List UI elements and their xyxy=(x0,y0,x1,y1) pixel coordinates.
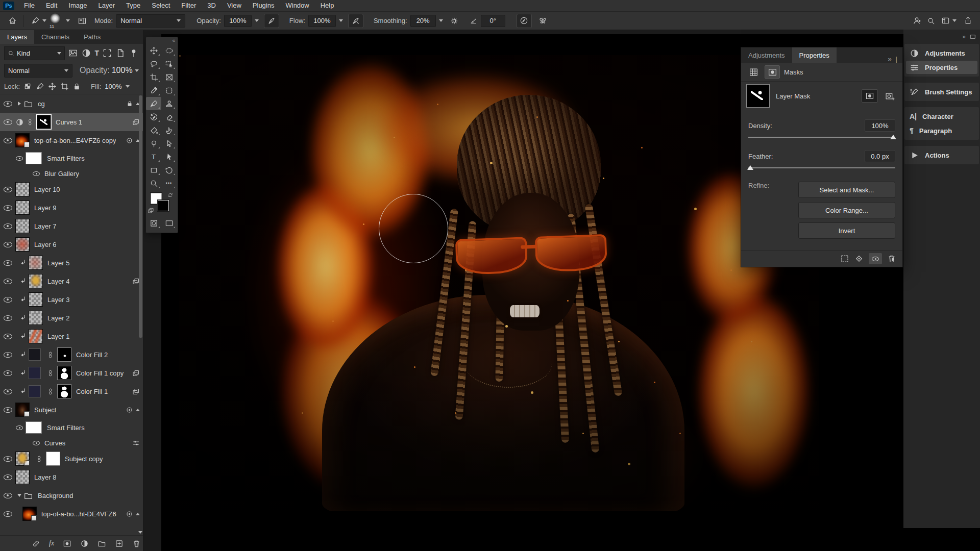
smoothing-value[interactable]: 20% xyxy=(410,15,436,27)
visibility-eye-icon[interactable] xyxy=(4,297,12,303)
panel-collapse-icon[interactable]: » xyxy=(888,55,891,63)
layer-row-selected[interactable]: Curves 1 xyxy=(0,113,143,131)
dock-item-actions[interactable]: Actions xyxy=(904,148,979,162)
layer-name[interactable]: Curves 1 xyxy=(56,118,82,126)
smart-filter-thumbnail[interactable] xyxy=(26,152,42,164)
layer-row[interactable]: Layer 9 xyxy=(0,198,143,217)
flow-value[interactable]: 100% xyxy=(308,15,336,27)
toolbar-collapse-icon[interactable]: « xyxy=(146,37,178,44)
gradient-tool[interactable] xyxy=(146,123,161,137)
menu-help[interactable]: Help xyxy=(315,0,340,11)
brush-preset-picker[interactable]: 11 xyxy=(48,14,62,28)
swap-colors-icon[interactable] xyxy=(167,192,174,198)
lasso-tool[interactable] xyxy=(146,57,161,70)
visibility-eye-icon[interactable] xyxy=(4,242,12,247)
layer-name[interactable]: Layer 10 xyxy=(34,186,60,193)
history-brush-tool[interactable] xyxy=(146,110,161,123)
smoothing-options-gear-icon[interactable] xyxy=(447,14,461,28)
layer-name[interactable]: Layer 1 xyxy=(47,333,69,340)
home-icon[interactable] xyxy=(5,14,19,28)
blend-mode-select[interactable]: Normal xyxy=(4,64,72,78)
layer-mask-thumbnail[interactable] xyxy=(57,366,71,380)
opacity-value[interactable]: 100% xyxy=(224,15,252,27)
brush-tool-preset-icon[interactable] xyxy=(28,14,42,28)
layer-row[interactable]: cg xyxy=(0,94,143,113)
pen-tool[interactable] xyxy=(161,137,177,150)
layer-name[interactable]: Background xyxy=(38,492,73,499)
mask-thumbnail[interactable] xyxy=(746,84,770,108)
layer-mask-thumbnail[interactable] xyxy=(57,384,71,398)
layer-row[interactable]: top-of-a-bo...ht-DE4VFZ6 xyxy=(0,505,143,523)
dock-item-adjustments[interactable]: Adjustments xyxy=(904,46,979,60)
frame-tool[interactable] xyxy=(161,70,177,84)
visibility-eye-icon[interactable] xyxy=(4,511,12,517)
dock-item-brush-settings[interactable]: Brush Settings xyxy=(904,85,979,99)
layer-thumbnail[interactable] xyxy=(15,182,30,196)
layer-mask-thumbnail[interactable] xyxy=(37,115,51,129)
menu-view[interactable]: View xyxy=(222,0,247,11)
delete-layer-icon[interactable] xyxy=(132,539,141,548)
symmetry-butterfly-icon[interactable] xyxy=(536,14,550,28)
eyedropper-tool[interactable] xyxy=(146,84,161,97)
menu-edit[interactable]: Edit xyxy=(40,0,63,11)
smart-filters-label[interactable]: Smart Filters xyxy=(47,424,85,432)
visibility-eye-icon[interactable] xyxy=(4,493,12,498)
layer-mask-thumbnail[interactable] xyxy=(46,452,60,466)
apply-mask-icon[interactable] xyxy=(854,254,864,263)
menu-layer[interactable]: Layer xyxy=(93,0,121,11)
tab-adjustments[interactable]: Adjustments xyxy=(741,47,792,63)
layer-thumbnail[interactable] xyxy=(29,274,43,288)
filter-smart-objects-icon[interactable] xyxy=(115,48,126,58)
brush-angle-value[interactable]: 0° xyxy=(481,15,505,27)
visibility-eye-icon[interactable] xyxy=(4,370,12,376)
tab-paths[interactable]: Paths xyxy=(77,30,108,44)
layer-thumbnail[interactable] xyxy=(15,237,30,252)
visibility-eye-icon[interactable] xyxy=(4,187,12,192)
screen-mode-toggle[interactable] xyxy=(161,216,177,230)
layer-name[interactable]: top-of-a-bon...E4VFZ6 copy xyxy=(34,137,116,144)
visibility-eye-icon[interactable] xyxy=(4,223,12,229)
layer-name[interactable]: Color Fill 2 xyxy=(76,351,108,359)
smart-filters-row[interactable]: Smart Filters xyxy=(0,419,143,436)
opacity-value[interactable]: 100% xyxy=(112,66,133,75)
new-adjustment-layer-icon[interactable] xyxy=(80,539,89,548)
link-layers-icon[interactable] xyxy=(32,539,40,548)
layer-row[interactable]: Color Fill 1 xyxy=(0,382,143,400)
add-layer-mask-icon[interactable] xyxy=(63,539,71,548)
chevron-down-icon[interactable] xyxy=(952,19,957,22)
fill-value[interactable]: 100% xyxy=(105,83,121,90)
menu-type[interactable]: Type xyxy=(120,0,146,11)
chevron-down-icon[interactable] xyxy=(135,69,139,72)
chevron-down-icon[interactable] xyxy=(339,19,343,22)
toggle-brush-panel-icon[interactable] xyxy=(75,14,89,28)
feather-slider[interactable] xyxy=(748,167,895,168)
layer-row[interactable]: Background xyxy=(0,486,143,505)
more-tools[interactable]: ••• xyxy=(161,177,177,190)
chevron-down-icon[interactable] xyxy=(255,19,259,22)
filter-name[interactable]: Blur Gallery xyxy=(44,170,79,178)
color-range-button[interactable]: Color Range... xyxy=(798,202,895,218)
filter-kind-select[interactable]: Kind xyxy=(4,46,65,60)
clone-stamp-tool[interactable] xyxy=(161,97,177,110)
path-selection-tool[interactable] xyxy=(161,150,177,163)
object-selection-tool[interactable] xyxy=(161,57,177,70)
group-expand-arrow[interactable] xyxy=(15,102,23,106)
search-icon[interactable] xyxy=(924,14,938,28)
zoom-tool[interactable] xyxy=(146,177,161,190)
layer-thumbnail[interactable] xyxy=(15,201,30,215)
dock-item-properties[interactable]: Properties xyxy=(904,60,979,74)
quick-mask-toggle[interactable] xyxy=(146,216,161,230)
smart-object-thumbnail[interactable] xyxy=(15,133,30,147)
menu-filter[interactable]: Filter xyxy=(176,0,202,11)
group-expand-arrow[interactable] xyxy=(15,494,23,497)
scroll-down-icon[interactable] xyxy=(138,531,142,534)
filter-name[interactable]: Curves xyxy=(44,439,65,447)
layers-scrollbar[interactable] xyxy=(139,95,142,528)
smudge-tool[interactable] xyxy=(161,123,177,137)
mask-mode-icon[interactable] xyxy=(765,65,780,79)
chevron-down-icon[interactable] xyxy=(42,19,46,22)
filter-adjustment-layers-icon[interactable] xyxy=(81,48,91,58)
type-tool[interactable]: T xyxy=(146,150,161,163)
enable-mask-eye-icon[interactable] xyxy=(869,253,882,264)
airbrush-toggle-icon[interactable] xyxy=(517,14,532,28)
